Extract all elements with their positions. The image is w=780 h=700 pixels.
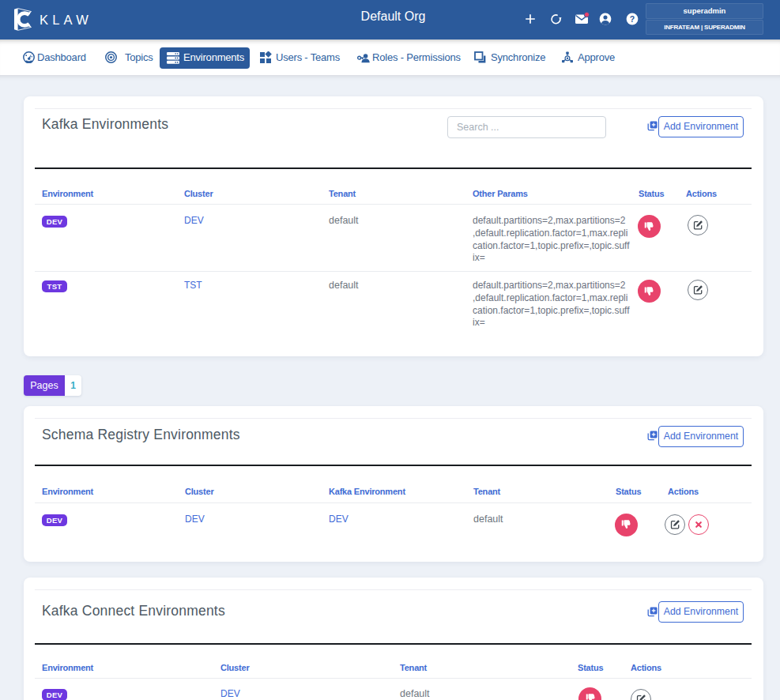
svg-text:?: ? [630, 14, 635, 24]
